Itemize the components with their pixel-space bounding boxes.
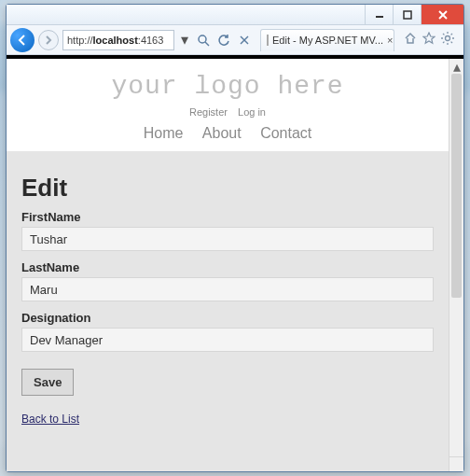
address-bar[interactable]: http://localhost:4163: [62, 30, 174, 50]
login-link[interactable]: Log in: [238, 106, 266, 118]
back-to-list-link[interactable]: Back to List: [21, 413, 79, 426]
page-body: Edit FirstName LastName Designation Save…: [7, 151, 449, 440]
svg-line-14: [451, 41, 452, 42]
stop-icon[interactable]: [236, 32, 253, 49]
svg-point-4: [199, 35, 206, 43]
tools-icon[interactable]: [441, 32, 454, 49]
svg-line-13: [443, 34, 444, 35]
close-button[interactable]: [421, 5, 463, 24]
vertical-scrollbar[interactable]: ▴ ▾: [449, 59, 463, 471]
window-titlebar: [7, 5, 463, 25]
scroll-track[interactable]: [449, 74, 463, 456]
resize-grip[interactable]: [449, 456, 463, 471]
browser-window: http://localhost:4163 ▾ Edit - My ASP.NE…: [6, 4, 464, 472]
viewport: your logo here Register Log in Home Abou…: [7, 55, 463, 471]
firstname-label: FirstName: [21, 210, 434, 224]
firstname-input[interactable]: [21, 227, 434, 251]
nav-about[interactable]: About: [202, 125, 242, 141]
logo[interactable]: your logo here: [7, 72, 449, 101]
refresh-icon[interactable]: [215, 32, 232, 49]
designation-label: Designation: [21, 311, 434, 325]
svg-line-15: [451, 34, 452, 35]
save-button[interactable]: Save: [21, 369, 74, 396]
back-button[interactable]: [10, 28, 35, 52]
lastname-input[interactable]: [21, 277, 434, 301]
svg-point-8: [446, 35, 450, 40]
favicon-icon: [267, 35, 269, 46]
toolbar-right: [398, 32, 460, 49]
lastname-label: LastName: [21, 260, 434, 274]
url-port: :4163: [138, 35, 164, 46]
scroll-thumb[interactable]: [451, 74, 462, 298]
page: your logo here Register Log in Home Abou…: [7, 59, 449, 471]
site-header: your logo here Register Log in Home Abou…: [7, 59, 449, 151]
main-nav: Home About Contact: [7, 125, 449, 142]
scroll-up-icon[interactable]: ▴: [449, 59, 463, 74]
favorites-icon[interactable]: [422, 32, 435, 49]
minimize-button[interactable]: [365, 5, 393, 24]
search-icon[interactable]: [195, 32, 212, 49]
browser-toolbar: http://localhost:4163 ▾ Edit - My ASP.NE…: [7, 25, 463, 55]
home-icon[interactable]: [404, 32, 417, 49]
page-title: Edit: [21, 174, 434, 203]
browser-tab[interactable]: Edit - My ASP.NET MV... ×: [260, 29, 394, 51]
url-host: localhost: [93, 35, 138, 46]
svg-line-5: [205, 42, 209, 46]
register-link[interactable]: Register: [189, 106, 228, 118]
forward-button[interactable]: [38, 30, 59, 50]
nav-contact[interactable]: Contact: [260, 125, 311, 141]
maximize-button[interactable]: [393, 5, 421, 24]
svg-rect-1: [404, 11, 411, 19]
nav-home[interactable]: Home: [144, 125, 184, 141]
designation-input[interactable]: [21, 328, 434, 352]
auth-links: Register Log in: [7, 106, 449, 118]
svg-line-16: [443, 41, 444, 42]
tab-title: Edit - My ASP.NET MV...: [272, 35, 383, 46]
tab-close-icon[interactable]: ×: [387, 35, 393, 46]
url-scheme: http://: [67, 35, 93, 46]
address-dropdown-icon[interactable]: ▾: [178, 31, 191, 49]
